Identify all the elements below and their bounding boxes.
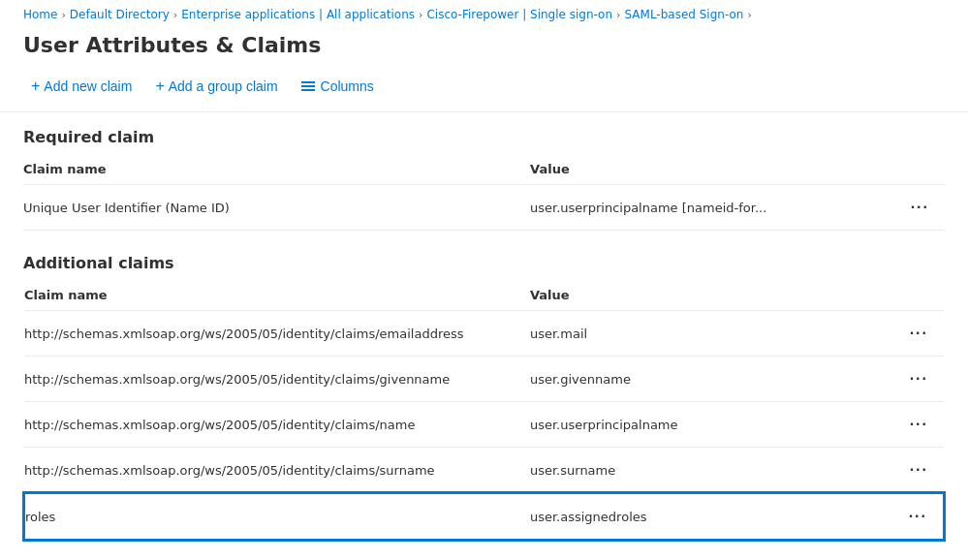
additional-claim-actions-cell: ··· [898,493,944,540]
breadcrumb-enterprise-apps[interactable]: Enterprise applications | All applicatio… [181,8,415,21]
additional-claim-value-cell: user.mail [530,311,898,357]
ellipsis-button[interactable]: ··· [906,368,932,389]
add-group-claim-button[interactable]: + Add a group claim [147,73,285,100]
breadcrumb: Home › Default Directory › Enterprise ap… [0,0,968,29]
additional-claim-actions-cell: ··· [898,448,944,494]
additional-col-actions [898,280,944,311]
columns-button[interactable]: Columns [294,73,382,100]
ellipsis-button[interactable]: ··· [906,323,932,344]
required-claim-actions-cell: ··· [898,185,945,231]
breadcrumb-saml[interactable]: SAML-based Sign-on [624,8,743,21]
add-new-claim-label: Add new claim [44,78,132,94]
required-claim-section-title: Required claim [23,128,945,146]
additional-claim-row[interactable]: http://schemas.xmlsoap.org/ws/2005/05/id… [24,402,944,448]
additional-claim-row[interactable]: http://schemas.xmlsoap.org/ws/2005/05/id… [24,448,944,494]
breadcrumb-default-directory[interactable]: Default Directory [70,8,170,21]
required-claims-table: Claim name Value Unique User Identifier … [23,154,945,231]
breadcrumb-sep-3: › [419,9,422,21]
additional-col-value: Value [530,280,898,311]
breadcrumb-cisco-firepower[interactable]: Cisco-Firepower | Single sign-on [426,8,612,21]
required-claim-value-cell: user.userprincipalname [nameid-for... [530,185,898,231]
columns-icon [301,81,315,91]
additional-claim-name-cell: http://schemas.xmlsoap.org/ws/2005/05/id… [24,402,530,448]
plus-icon-group: + [155,78,164,94]
plus-icon-new: + [31,78,40,94]
add-group-claim-label: Add a group claim [169,78,278,94]
required-col-value: Value [530,154,898,185]
additional-claim-name-cell: http://schemas.xmlsoap.org/ws/2005/05/id… [24,448,530,494]
required-col-claim-name: Claim name [23,154,530,185]
additional-claim-row[interactable]: http://schemas.xmlsoap.org/ws/2005/05/id… [24,311,944,357]
ellipsis-button[interactable]: ··· [907,197,933,218]
toolbar: + Add new claim + Add a group claim Colu… [0,73,968,112]
additional-claim-name-cell: http://schemas.xmlsoap.org/ws/2005/05/id… [24,311,530,357]
add-new-claim-button[interactable]: + Add new claim [23,73,140,100]
breadcrumb-sep-1: › [61,9,65,21]
required-claim-row[interactable]: Unique User Identifier (Name ID)user.use… [23,185,945,231]
additional-col-claim-name: Claim name [24,280,530,311]
additional-claim-value-cell: user.surname [530,448,898,494]
ellipsis-button[interactable]: ··· [906,459,932,481]
additional-claim-value-cell: user.userprincipalname [530,402,898,448]
additional-claim-name-cell: http://schemas.xmlsoap.org/ws/2005/05/id… [24,357,530,402]
required-claim-name-cell: Unique User Identifier (Name ID) [23,185,530,231]
additional-claims-table: Claim name Value http://schemas.xmlsoap.… [23,280,945,541]
additional-claim-value-cell: user.givenname [530,357,898,402]
additional-claim-row[interactable]: rolesuser.assignedroles··· [24,493,944,540]
breadcrumb-sep-4: › [616,9,620,21]
additional-claim-value-cell: user.assignedroles [530,493,898,540]
additional-claim-actions-cell: ··· [898,311,944,357]
additional-claim-actions-cell: ··· [898,402,944,448]
breadcrumb-sep-5: › [747,9,751,21]
additional-claim-actions-cell: ··· [898,357,944,402]
breadcrumb-home[interactable]: Home [23,8,57,21]
additional-claims-section-title: Additional claims [23,254,945,272]
breadcrumb-sep-2: › [173,9,177,21]
main-content: Required claim Claim name Value Unique U… [0,112,968,560]
ellipsis-button[interactable]: ··· [905,506,931,527]
required-col-actions [898,154,945,185]
page-title: User Attributes & Claims [0,29,968,73]
additional-claim-name-cell: roles [24,493,530,540]
ellipsis-button[interactable]: ··· [906,414,932,435]
columns-label: Columns [321,78,374,94]
additional-claim-row[interactable]: http://schemas.xmlsoap.org/ws/2005/05/id… [24,357,944,402]
